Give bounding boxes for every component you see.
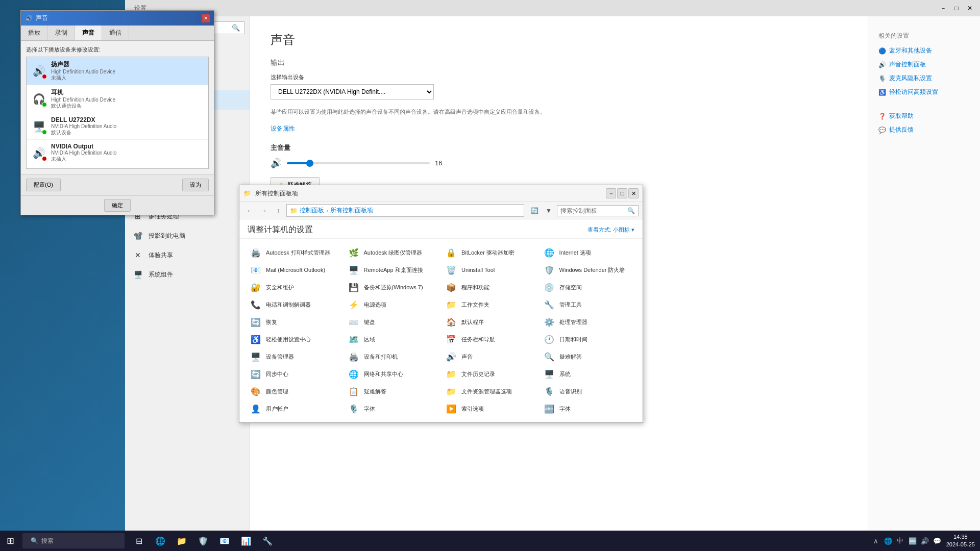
- get-help-link[interactable]: ❓ 获取帮助: [878, 112, 970, 120]
- tab-comms[interactable]: 通信: [102, 26, 129, 40]
- start-button[interactable]: ⊞: [0, 531, 20, 551]
- cp-item-troubleshoot2[interactable]: 🔍 疑难解答: [539, 348, 637, 365]
- cp-item-speech2[interactable]: 🎙️ 字体: [344, 400, 442, 417]
- cp-item-ease[interactable]: ♿ 轻松使用设置中心: [246, 331, 344, 348]
- cp-item-printdev[interactable]: 🖨️ 设备和打印机: [344, 348, 442, 365]
- cp-item-bitlocker[interactable]: 🔒 BitLocker 驱动器加密: [441, 244, 539, 261]
- cp-item-useracct[interactable]: 👤 用户帐户: [246, 400, 344, 417]
- output-device-dropdown[interactable]: DELL U2722DX (NVIDIA High Definit....: [271, 84, 434, 99]
- cp-item-internet[interactable]: 🌐 Internet 选项: [539, 244, 637, 261]
- cp-item-autodesk-land[interactable]: 🌿 Autodesk 绿图仪管理器: [344, 244, 442, 261]
- cp-item-autodesk-print[interactable]: 🖨️ Autodesk 打印样式管理器: [246, 244, 344, 261]
- cp-item-devmgr[interactable]: 🖥️ 设备管理器: [246, 348, 344, 365]
- nav-item-share[interactable]: ✕ 体验共享: [125, 245, 250, 265]
- volume-slider-thumb[interactable]: [306, 160, 313, 167]
- settings-maximize-button[interactable]: □: [950, 2, 963, 14]
- cp-item-sound-cp[interactable]: 🔊 声音: [441, 348, 539, 365]
- cp-item-security[interactable]: 🔐 安全和维护: [246, 279, 344, 296]
- cp-item-proc-mgr[interactable]: ⚙️ 处理管理器: [539, 313, 637, 331]
- cp-item-fonts[interactable]: 🔤 字体: [539, 400, 637, 417]
- cp-refresh-button[interactable]: 🔄: [528, 205, 541, 217]
- datetime-name: 日期和时间: [559, 336, 587, 343]
- cp-item-color[interactable]: 🎨 颜色管理: [246, 383, 344, 400]
- cp-search-box[interactable]: 🔍: [557, 205, 639, 216]
- feedback-link[interactable]: 💬 提供反馈: [878, 126, 970, 134]
- cp-item-datetime[interactable]: 🕐 日期和时间: [539, 331, 637, 348]
- breadcrumb-ctrl[interactable]: 控制面板: [300, 206, 324, 215]
- cp-search-input[interactable]: [560, 207, 627, 214]
- cp-item-speech[interactable]: 🎙️ 语音识别: [539, 383, 637, 400]
- settings-close-button[interactable]: ✕: [964, 2, 976, 14]
- tray-volume-icon[interactable]: 🔊: [920, 536, 930, 546]
- cp-item-backup[interactable]: 💾 备份和还原(Windows 7): [344, 279, 442, 296]
- cp-dropdown-button[interactable]: ▼: [543, 205, 555, 217]
- cp-item-storage-spaces[interactable]: 💿 存储空间: [539, 279, 637, 296]
- related-link-bluetooth[interactable]: 🔵 蓝牙和其他设备: [878, 46, 970, 55]
- tray-ime-icon[interactable]: 中: [895, 536, 905, 546]
- cp-item-default-progs[interactable]: 🏠 默认程序: [441, 313, 539, 331]
- cp-item-region[interactable]: 🗺️ 区域: [344, 331, 442, 348]
- taskbar-edge-button[interactable]: 🌐: [150, 531, 170, 551]
- related-link-easysound[interactable]: ♿ 轻松访问高频设置: [878, 88, 970, 96]
- tab-playback[interactable]: 播放: [21, 26, 48, 40]
- taskbar-multitask-button[interactable]: ⊟: [129, 531, 149, 551]
- nav-item-sysinfo[interactable]: 🖥️ 系统组件: [125, 265, 250, 284]
- cp-back-button[interactable]: ←: [243, 205, 256, 217]
- device-sub-nvidia1: NVIDIA High Definition Audio: [51, 150, 204, 156]
- cp-item-admin[interactable]: 🔧 管理工具: [539, 296, 637, 313]
- taskbar-app1-button[interactable]: 🔧: [257, 531, 278, 551]
- cp-maximize-button[interactable]: □: [617, 188, 627, 198]
- cp-item-sync[interactable]: 🔄 同步中心: [246, 365, 344, 383]
- cp-item-phone[interactable]: 📞 电话和调制解调器: [246, 296, 344, 313]
- tray-network-icon[interactable]: 🌐: [883, 536, 893, 546]
- cp-minimize-button[interactable]: －: [606, 188, 616, 198]
- cp-item-autoplay[interactable]: ▶️ 索引选项: [441, 400, 539, 417]
- ok-button[interactable]: 确定: [104, 199, 131, 212]
- device-properties-link[interactable]: 设备属性: [271, 124, 847, 133]
- tray-lang-icon[interactable]: 🔤: [908, 536, 918, 546]
- cp-item-system[interactable]: 🖥️ 系统: [539, 365, 637, 383]
- taskbar-mail-button[interactable]: 📧: [214, 531, 235, 551]
- tab-sounds[interactable]: 声音: [75, 26, 102, 40]
- cp-up-button[interactable]: ↑: [272, 205, 284, 217]
- taskbar-clock[interactable]: 14:38 2024-05-25: [946, 533, 975, 549]
- cp-item-power-opt[interactable]: ⚡ 电源选项: [344, 296, 442, 313]
- cp-view-options[interactable]: 查看方式: 小图标 ▾: [587, 226, 634, 234]
- device-item-nvidia2[interactable]: 🔊 NVIDIA Output NVIDIA High Definition A…: [27, 166, 208, 169]
- cp-item-fileexp[interactable]: 📁 文件资源管理器选项: [441, 383, 539, 400]
- cp-forward-button[interactable]: →: [258, 205, 270, 217]
- sound-dialog-close-button[interactable]: ✕: [202, 14, 210, 22]
- tab-record[interactable]: 录制: [48, 26, 75, 40]
- taskbar-shield-button[interactable]: 🛡️: [193, 531, 213, 551]
- cp-item-keyboard[interactable]: ⌨️ 键盘: [344, 313, 442, 331]
- cp-close-button[interactable]: ✕: [628, 188, 639, 198]
- config-button[interactable]: 配置(O): [26, 179, 61, 191]
- tray-icon-up[interactable]: ∧: [871, 536, 881, 546]
- cp-item-task-sched[interactable]: 📅 任务栏和导航: [441, 331, 539, 348]
- related-link-mic[interactable]: 🎙️ 麦克风隐私设置: [878, 74, 970, 83]
- cp-item-workfolder[interactable]: 📁 工作文件夹: [441, 296, 539, 313]
- taskbar-office-button[interactable]: 📊: [236, 531, 256, 551]
- nav-item-project[interactable]: 📽️ 投影到此电脑: [125, 226, 250, 245]
- breadcrumb-all[interactable]: 所有控制面板项: [330, 206, 373, 215]
- device-item-speaker[interactable]: 🔊 扬声器 High Definition Audio Device 未插入: [27, 57, 208, 85]
- device-item-nvidia1[interactable]: 🔊 NVIDIA Output NVIDIA High Definition A…: [27, 140, 208, 166]
- taskbar-explorer-button[interactable]: 📁: [172, 531, 192, 551]
- taskbar-search-box[interactable]: 🔍 搜索: [22, 533, 125, 548]
- settings-minimize-button[interactable]: －: [937, 2, 949, 14]
- cp-item-windefender[interactable]: 🛡️ Windows Defender 防火墙: [539, 261, 637, 279]
- related-link-soundcp[interactable]: 🔊 声音控制面板: [878, 60, 970, 69]
- tray-notify-icon[interactable]: 💬: [932, 536, 942, 546]
- volume-slider-track[interactable]: [287, 162, 430, 164]
- set-default-button[interactable]: 设为: [182, 179, 209, 191]
- device-item-dell[interactable]: 🖥️ DELL U2722DX NVIDIA High Definition A…: [27, 113, 208, 140]
- cp-item-uninstall[interactable]: 🗑️ Uninstall Tool: [441, 261, 539, 279]
- cp-item-remoteapp[interactable]: 🖥️ RemoteApp 和桌面连接: [344, 261, 442, 279]
- cp-item-mail[interactable]: 📧 Mail (Microsoft Outlook): [246, 261, 344, 279]
- cp-item-programs[interactable]: 📦 程序和功能: [441, 279, 539, 296]
- cp-item-filehist[interactable]: 📁 文件历史记录: [441, 365, 539, 383]
- cp-item-network[interactable]: 🌐 网络和共享中心: [344, 365, 442, 383]
- cp-item-prob[interactable]: 📋 疑难解答: [344, 383, 442, 400]
- device-item-headphone[interactable]: 🎧 耳机 High Definition Audio Device 默认通信设备: [27, 85, 208, 113]
- cp-item-recovery[interactable]: 🔄 恢复: [246, 313, 344, 331]
